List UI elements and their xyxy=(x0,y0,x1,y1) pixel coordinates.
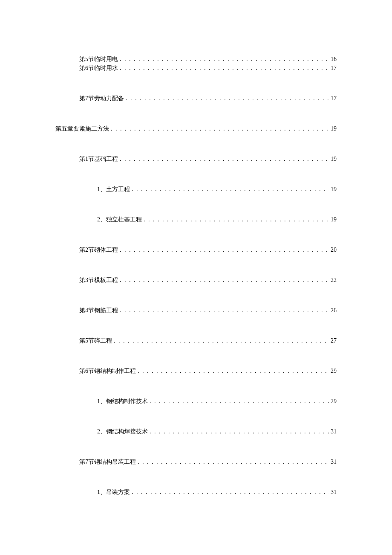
spacer xyxy=(55,375,337,397)
toc-page-number: 17 xyxy=(331,64,337,73)
toc-entry: 第3节模板工程22 xyxy=(55,276,337,285)
toc-label: 第5节碎工程 xyxy=(79,336,112,345)
toc-label: 2、钢结构焊接技术 xyxy=(97,427,148,436)
spacer xyxy=(55,345,337,366)
toc-page-number: 19 xyxy=(331,215,337,224)
toc-label: 1、土方工程 xyxy=(97,185,130,194)
toc-entry: 第2节砌体工程20 xyxy=(55,245,337,254)
toc-entry: 第7节劳动力配备17 xyxy=(55,94,337,103)
spacer xyxy=(55,194,337,215)
spacer xyxy=(55,254,337,276)
toc-page-number: 27 xyxy=(331,336,337,345)
toc-page-number: 31 xyxy=(331,427,337,436)
toc-dots xyxy=(150,397,329,406)
toc-label: 第2节砌体工程 xyxy=(79,245,118,254)
toc-label: 2、独立柱基工程 xyxy=(97,215,142,224)
toc-dots xyxy=(132,185,329,194)
toc-entry: 第5节临时用电16 xyxy=(55,55,337,64)
spacer xyxy=(55,163,337,185)
toc-label: 第6节临时用水 xyxy=(79,64,118,73)
toc-dots xyxy=(120,276,329,285)
toc-label: 1、吊装方案 xyxy=(97,488,130,497)
spacer xyxy=(55,285,337,306)
toc-entry: 第4节钢筋工程26 xyxy=(55,306,337,315)
toc-page-number: 31 xyxy=(331,457,337,466)
toc-entry: 第1节基础工程19 xyxy=(55,154,337,163)
toc-page-number: 29 xyxy=(331,366,337,375)
toc-entry: 第6节临时用水17 xyxy=(55,64,337,73)
toc-entry: 第7节钢结构吊装工程31 xyxy=(55,457,337,466)
toc-dots xyxy=(144,215,329,224)
spacer xyxy=(55,466,337,488)
toc-page-number: 16 xyxy=(331,55,337,64)
toc-label: 第五章要紧施工方法 xyxy=(55,124,109,133)
toc-dots xyxy=(111,124,329,133)
toc-dots xyxy=(132,488,329,497)
toc-entry: 1、钢结构制作技术29 xyxy=(55,397,337,406)
toc-label: 1、钢结构制作技术 xyxy=(97,397,148,406)
toc-dots xyxy=(114,336,329,345)
toc-dots xyxy=(138,366,329,375)
toc-page-number: 22 xyxy=(331,276,337,285)
spacer xyxy=(55,73,337,94)
toc-page-number: 31 xyxy=(331,488,337,497)
toc-entry: 1、土方工程19 xyxy=(55,185,337,194)
toc-label: 第4节钢筋工程 xyxy=(79,306,118,315)
toc-page-number: 19 xyxy=(331,185,337,194)
toc-page-number: 20 xyxy=(331,245,337,254)
toc-dots xyxy=(120,64,329,73)
table-of-contents: 第5节临时用电16第6节临时用水17第7节劳动力配备17第五章要紧施工方法19第… xyxy=(55,55,337,497)
toc-dots xyxy=(120,154,329,163)
spacer xyxy=(55,133,337,154)
spacer xyxy=(55,436,337,457)
toc-dots xyxy=(120,306,329,315)
spacer xyxy=(55,103,337,124)
toc-page-number: 29 xyxy=(331,397,337,406)
toc-entry: 第6节钢结构制作工程29 xyxy=(55,366,337,375)
toc-label: 第5节临时用电 xyxy=(79,55,118,64)
toc-label: 第1节基础工程 xyxy=(79,154,118,163)
toc-entry: 第五章要紧施工方法19 xyxy=(55,124,337,133)
toc-entry: 2、独立柱基工程19 xyxy=(55,215,337,224)
toc-entry: 1、吊装方案31 xyxy=(55,488,337,497)
toc-label: 第6节钢结构制作工程 xyxy=(79,366,136,375)
toc-dots xyxy=(138,457,329,466)
toc-page-number: 17 xyxy=(331,94,337,103)
toc-dots xyxy=(150,427,329,436)
toc-entry: 第5节碎工程27 xyxy=(55,336,337,345)
toc-dots xyxy=(126,94,329,103)
toc-page-number: 19 xyxy=(331,154,337,163)
toc-page-number: 26 xyxy=(331,306,337,315)
toc-dots xyxy=(120,245,329,254)
toc-dots xyxy=(120,55,329,64)
spacer xyxy=(55,224,337,245)
spacer xyxy=(55,406,337,427)
spacer xyxy=(55,315,337,336)
toc-entry: 2、钢结构焊接技术31 xyxy=(55,427,337,436)
toc-label: 第7节劳动力配备 xyxy=(79,94,124,103)
toc-label: 第7节钢结构吊装工程 xyxy=(79,457,136,466)
toc-label: 第3节模板工程 xyxy=(79,276,118,285)
toc-page-number: 19 xyxy=(331,124,337,133)
